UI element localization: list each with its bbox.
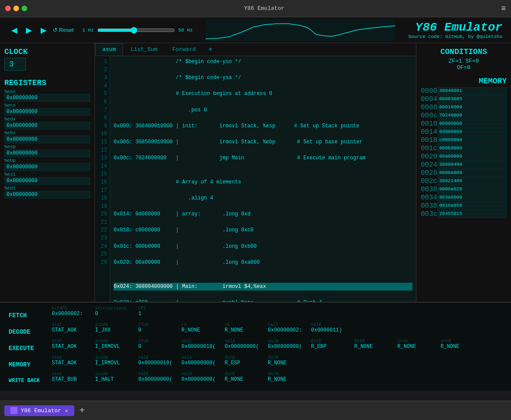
memory-stage-label: MEMORY bbox=[9, 355, 52, 368]
app-branding: Y86 Emulator Source code: GitHub, by @qu… bbox=[408, 21, 502, 39]
memory-item: 00380010a058 bbox=[421, 202, 507, 210]
line-number: 6 bbox=[98, 98, 107, 106]
memory-labels: stat icode valE valA dstE dstM bbox=[52, 355, 302, 360]
registers-section: REGISTERS %eax0x00000000%ecx0x00000000%e… bbox=[4, 79, 90, 199]
cpi-curve-display: CPI Curve bbox=[206, 19, 395, 41]
titlebar: Y86 Emulator ≡ bbox=[0, 0, 511, 17]
line-number: 2 bbox=[98, 66, 107, 74]
tab-forward[interactable]: Forward bbox=[165, 43, 203, 56]
mem-vale: 0x00000010( bbox=[138, 360, 173, 366]
registers-title: REGISTERS bbox=[4, 79, 90, 87]
tab-list_sum[interactable]: List_Sum bbox=[123, 43, 165, 56]
taskbar-tab[interactable]: Y86 Emulator ✕ bbox=[4, 405, 74, 416]
writeback-fields: stat icode valE valM dstE dstM STAT_BUB … bbox=[52, 372, 302, 382]
line-number: 18 bbox=[98, 194, 107, 202]
line-number: 16 bbox=[98, 178, 107, 186]
decode-row: DECODE stat icode ifun rA rB valC valP S… bbox=[9, 322, 502, 335]
memory-item: 000400003085 bbox=[421, 95, 507, 103]
mem-stat: STAT_AOK bbox=[52, 360, 86, 366]
line-number: 25 bbox=[98, 250, 107, 259]
next-button[interactable]: ▶ bbox=[38, 24, 49, 37]
code-line: # Execution begins at address 0 bbox=[114, 90, 413, 98]
writeback-labels: stat icode valE valM dstE dstM bbox=[52, 372, 302, 376]
decode-icode: I_JXX bbox=[95, 327, 130, 333]
code-line: .pos 0 bbox=[114, 106, 413, 114]
svg-rect-0 bbox=[206, 19, 395, 41]
fetch-row: FETCH predPC instructions CPI 0x0000002:… bbox=[9, 306, 502, 319]
decode-fields: stat icode ifun rA rB valC valP STAT_AOK… bbox=[52, 322, 346, 333]
decode-rb: R_NONE bbox=[225, 327, 259, 333]
execute-values: STAT_AOK I_IRMOVL 0 0x00000010( 0x000000… bbox=[52, 344, 475, 350]
decode-stat: STAT_AOK bbox=[52, 327, 86, 333]
writeback-label: WRITE BACK bbox=[9, 372, 52, 384]
mem-dstm: R_NONE bbox=[268, 360, 302, 366]
exec-vala: 0x00000000( bbox=[225, 344, 259, 350]
play-button[interactable]: ▶ bbox=[23, 24, 35, 37]
memory-values: STAT_AOK I_IRMOVL 0x00000010( 0x00000000… bbox=[52, 360, 302, 366]
line-number: 7 bbox=[98, 106, 107, 114]
decode-valc: 0x00000002: bbox=[268, 327, 302, 333]
register-item: %esp0x00000000 bbox=[4, 144, 90, 157]
register-item: %ecx0x00000000 bbox=[4, 103, 90, 116]
tab-add[interactable]: + bbox=[203, 44, 218, 55]
mem-dste: R_ESP bbox=[225, 360, 259, 366]
tab-asum[interactable]: asum bbox=[95, 43, 123, 56]
maximize-button[interactable] bbox=[22, 6, 27, 11]
exec-dste: R_EBP bbox=[311, 344, 346, 350]
memory-item: 003c20455015 bbox=[421, 210, 507, 218]
code-line: 0x024: 308004000000 | Main: irmovl $4,%e… bbox=[114, 283, 413, 291]
window-title: Y86 Emulator bbox=[244, 5, 285, 12]
memory-item: 001c000b0000 bbox=[421, 145, 507, 152]
center-panel: asumList_SumForward+ 1234567891011121314… bbox=[95, 43, 416, 302]
execute-fields: stat icode ifun valC valA valB dstE dstM… bbox=[52, 339, 475, 350]
register-item: %edx0x00000000 bbox=[4, 117, 90, 129]
line-number: 19 bbox=[98, 202, 107, 211]
code-line: 0x018: c0000000 | .long 0xc0 bbox=[114, 226, 413, 234]
clock-section: CLOCK 3 bbox=[4, 47, 90, 71]
clock-title: CLOCK bbox=[4, 47, 90, 56]
line-number: 22 bbox=[98, 226, 107, 234]
code-content[interactable]: /* $begin code-yso */ /* $begin code-ysa… bbox=[110, 56, 416, 302]
memory-item: 002430800400 bbox=[421, 161, 507, 169]
code-line: 0x006: 308500010000 | irmovl Stack, %ebp… bbox=[114, 138, 413, 146]
memory-item: 002c30821400 bbox=[421, 177, 507, 185]
line-number: 3 bbox=[98, 74, 107, 82]
taskbar-close-button[interactable]: ✕ bbox=[65, 407, 68, 414]
toolbar: ◀ ▶ ▶ ↺ Reset 1 Hz 50 Hz CPI Curve Y86 E… bbox=[0, 17, 511, 43]
register-item: %esi0x00000000 bbox=[4, 172, 90, 185]
right-panel: CONDITIONS ZF=1 SF=0 OF=0 MEMORY 0000308… bbox=[416, 43, 511, 302]
exec-valc: 0x00000010( bbox=[181, 344, 216, 350]
speed-max-label: 50 Hz bbox=[178, 28, 193, 33]
decode-ra: R_NONE bbox=[181, 327, 216, 333]
speed-slider[interactable] bbox=[97, 27, 175, 34]
memory-item: 00140d000000 bbox=[421, 128, 507, 136]
memory-item: 0018c0000000 bbox=[421, 136, 507, 144]
minimize-button[interactable] bbox=[13, 6, 19, 11]
wb-vale: 0x00000000( bbox=[138, 376, 173, 382]
pipeline-area: FETCH predPC instructions CPI 0x0000002:… bbox=[0, 302, 511, 391]
memory-item: 000c70240000 bbox=[421, 112, 507, 120]
line-number: 10 bbox=[98, 130, 107, 138]
code-line: 0x020: 00a00000 | .long 0xa000 bbox=[114, 259, 413, 267]
left-panel: CLOCK 3 REGISTERS %eax0x00000000%ecx0x00… bbox=[0, 43, 95, 302]
taskbar-add-button[interactable]: + bbox=[79, 406, 85, 416]
memory-stage-fields: stat icode valE valA dstE dstM STAT_AOK … bbox=[52, 355, 302, 366]
decode-ifun: 0 bbox=[138, 327, 173, 333]
tabs-container: asumList_SumForward+ bbox=[95, 43, 218, 56]
taskbar-icon bbox=[10, 407, 17, 414]
exec-srca: R_NONE bbox=[397, 344, 432, 350]
line-number: 14 bbox=[98, 162, 107, 171]
conditions-title: CONDITIONS bbox=[421, 47, 507, 56]
close-button[interactable] bbox=[5, 6, 11, 11]
decode-labels: stat icode ifun rA rB valC valP bbox=[52, 322, 346, 327]
fetch-label: FETCH bbox=[9, 306, 52, 319]
prev-button[interactable]: ◀ bbox=[9, 24, 20, 37]
code-line: .align 4 bbox=[114, 194, 413, 202]
memory-item: 000800010000 bbox=[421, 104, 507, 111]
memory-item: 00300000a028 bbox=[421, 186, 507, 193]
conditions-section: CONDITIONS ZF=1 SF=0 OF=0 bbox=[421, 47, 507, 71]
reset-button[interactable]: ↺ Reset bbox=[53, 27, 74, 33]
menu-icon[interactable]: ≡ bbox=[501, 4, 506, 13]
wb-dstm: R_NONE bbox=[268, 376, 302, 382]
decode-values: STAT_AOK I_JXX 0 R_NONE R_NONE 0x0000000… bbox=[52, 327, 346, 333]
